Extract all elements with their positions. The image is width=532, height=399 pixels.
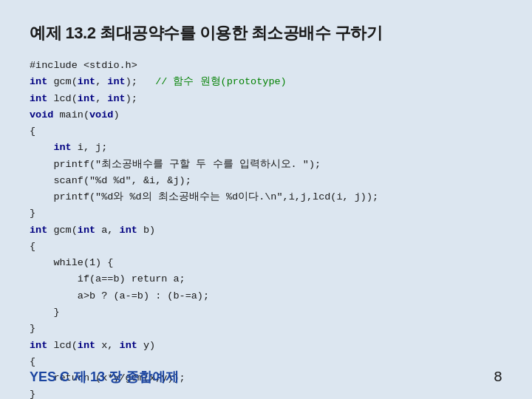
code-line-9: printf("%d와 %d의 최소공배수는 %d이다.\n",i,j,lcd(… bbox=[30, 189, 502, 205]
code-line-7: printf("최소공배수를 구할 두 수를 입력하시오. "); bbox=[30, 157, 502, 173]
code-line-10: } bbox=[30, 205, 502, 222]
code-line-14: if(a==b) return a; bbox=[30, 271, 502, 287]
code-line-8: scanf("%d %d", &i, &j); bbox=[30, 173, 502, 189]
slide-footer: YES C 제 13 장 종합예제 8 bbox=[30, 368, 502, 386]
slide-title: 예제 13.2 최대공약수를 이용한 최소공배수 구하기 bbox=[30, 22, 502, 44]
page-number: 8 bbox=[494, 369, 502, 386]
code-line-18: int lcd(int x, int y) bbox=[30, 338, 502, 354]
code-line-6: int i, j; bbox=[30, 140, 502, 156]
code-line-5: { bbox=[30, 123, 502, 140]
code-line-21: } bbox=[30, 386, 502, 399]
code-line-15: a>b ? (a-=b) : (b-=a); bbox=[30, 288, 502, 304]
code-line-11: int gcm(int a, int b) bbox=[30, 222, 502, 239]
code-line-3: int lcd(int, int); bbox=[30, 91, 502, 107]
slide: 예제 13.2 최대공약수를 이용한 최소공배수 구하기 #include <s… bbox=[0, 0, 532, 399]
code-line-12: { bbox=[30, 239, 502, 255]
code-line-16: } bbox=[30, 304, 502, 321]
footer-label: YES C 제 13 장 종합예제 bbox=[30, 368, 179, 386]
code-line-1: #include <stdio.h> bbox=[30, 58, 502, 74]
code-line-17: } bbox=[30, 321, 502, 337]
code-block: #include <stdio.h> int gcm(int, int); //… bbox=[30, 58, 502, 399]
code-line-2: int gcm(int, int); // 함수 원형(prototype) bbox=[30, 74, 502, 90]
code-line-4: void main(void) bbox=[30, 107, 502, 123]
code-line-13: while(1) { bbox=[30, 255, 502, 271]
